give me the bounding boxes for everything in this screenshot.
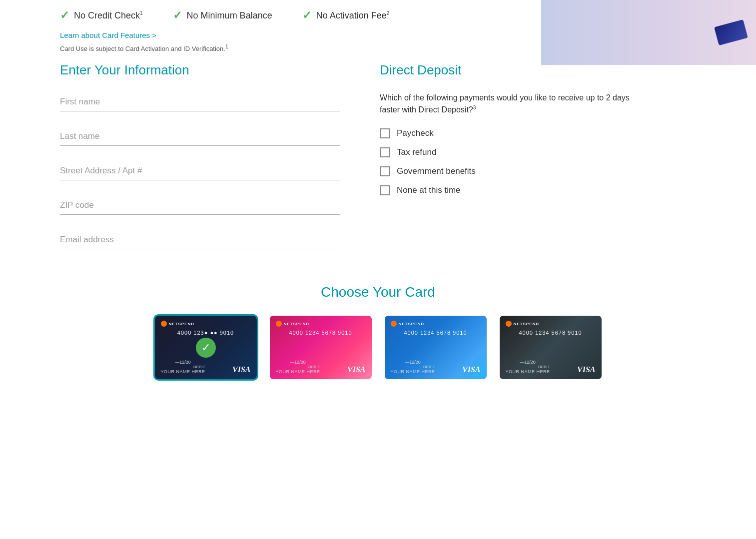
checkbox-paycheck-label: Paycheck <box>397 128 434 138</box>
feature-no-activation-fee: ✓ No Activation Fee2 <box>302 9 390 22</box>
direct-deposit-description: Which of the following payments would yo… <box>380 92 630 116</box>
card-type: DEBIT <box>506 365 550 369</box>
enter-info-section: Enter Your Information <box>60 62 340 264</box>
card-notice-text: Card Use is subject to Card Activation a… <box>60 45 225 52</box>
main-content: Enter Your Information Direct Deposit Wh… <box>0 62 756 264</box>
card-notice-superscript: 1 <box>225 44 228 49</box>
card-name: YOUR NAME HERE <box>161 369 205 374</box>
checkbox-tax-refund[interactable]: Tax refund <box>380 147 630 157</box>
card-number: 4000 1234 5678 9010 <box>506 330 596 336</box>
card-name: YOUR NAME HERE <box>276 369 320 374</box>
visa-logo: VISA <box>462 365 480 374</box>
checkmark-icon: ✓ <box>302 9 311 22</box>
hero-image <box>541 0 756 65</box>
last-name-group <box>60 126 340 146</box>
checkbox-none-at-this-time-input[interactable] <box>380 185 390 195</box>
checkbox-tax-refund-input[interactable] <box>380 147 390 157</box>
selected-checkmark: ✓ <box>196 338 216 358</box>
checkmark-icon: ✓ <box>60 9 69 22</box>
checkmark-icon: ✓ <box>173 9 182 22</box>
street-address-input[interactable] <box>60 161 340 180</box>
card-name: YOUR NAME HERE <box>506 369 550 374</box>
choose-card-title: Choose Your Card <box>60 284 696 300</box>
email-address-input[interactable] <box>60 230 340 249</box>
features-bar: ✓ No Credit Check1 ✓ No Minimum Balance … <box>0 0 756 31</box>
feature-no-min-balance: ✓ No Minimum Balance <box>173 9 272 22</box>
learn-features-link[interactable]: Learn about Card Features > <box>60 31 156 39</box>
zip-code-input[interactable] <box>60 195 340 215</box>
checkbox-government-benefits-input[interactable] <box>380 166 390 176</box>
feature-label: No Credit Check1 <box>74 10 143 21</box>
checkbox-tax-refund-label: Tax refund <box>397 147 436 157</box>
cards-row: NETSPEND 4000 123● ●● 9010 —12/20 DEBIT … <box>60 314 696 381</box>
choose-card-section: Choose Your Card NETSPEND 4000 123● ●● 9… <box>0 264 756 396</box>
direct-deposit-section: Direct Deposit Which of the following pa… <box>380 62 630 264</box>
card-type: DEBIT <box>391 365 435 369</box>
netspend-icon <box>391 321 397 327</box>
card-bg-dark2: NETSPEND 4000 1234 5678 9010 —12/20 DEBI… <box>500 316 602 379</box>
zip-code-group <box>60 195 340 215</box>
card-logo: NETSPEND <box>161 321 251 327</box>
card-expiry: —12/20 <box>506 360 550 365</box>
netspend-icon <box>161 321 167 327</box>
feature-label: No Minimum Balance <box>187 10 272 21</box>
visa-logo: VISA <box>347 365 365 374</box>
checkbox-none-at-this-time[interactable]: None at this time <box>380 185 630 195</box>
card-expiry: —12/20 <box>161 360 205 365</box>
card-expiry-row: —12/20 DEBIT YOUR NAME HERE VISA <box>161 360 251 374</box>
card-option-dark[interactable]: NETSPEND 4000 123● ●● 9010 —12/20 DEBIT … <box>153 314 258 381</box>
enter-info-title: Enter Your Information <box>60 62 340 78</box>
card-bg-blue: NETSPEND 4000 1234 5678 9010 —12/20 DEBI… <box>385 316 487 379</box>
direct-deposit-options: Paycheck Tax refund Government benefits … <box>380 128 630 195</box>
card-number: 4000 1234 5678 9010 <box>276 330 366 336</box>
card-expiry: —12/20 <box>276 360 320 365</box>
checkbox-paycheck-input[interactable] <box>380 128 390 138</box>
card-option-blue[interactable]: NETSPEND 4000 1234 5678 9010 —12/20 DEBI… <box>383 314 488 381</box>
card-number: 4000 1234 5678 9010 <box>391 330 481 336</box>
card-number: 4000 123● ●● 9010 <box>161 330 251 336</box>
checkbox-government-benefits[interactable]: Government benefits <box>380 166 630 176</box>
card-name: YOUR NAME HERE <box>391 369 435 374</box>
card-expiry-row: —12/20 DEBIT YOUR NAME HERE VISA <box>391 360 481 374</box>
checkbox-government-benefits-label: Government benefits <box>397 166 476 176</box>
netspend-icon <box>506 321 512 327</box>
card-expiry-row: —12/20 DEBIT YOUR NAME HERE VISA <box>506 360 596 374</box>
card-expiry-row: —12/20 DEBIT YOUR NAME HERE VISA <box>276 360 366 374</box>
card-illustration <box>714 19 748 45</box>
email-address-group <box>60 230 340 249</box>
card-bg-pink: NETSPEND 4000 1234 5678 9010 —12/20 DEBI… <box>270 316 372 379</box>
last-name-input[interactable] <box>60 126 340 146</box>
first-name-input[interactable] <box>60 92 340 111</box>
card-logo: NETSPEND <box>276 321 366 327</box>
visa-logo: VISA <box>232 365 250 374</box>
checkbox-none-at-this-time-label: None at this time <box>397 185 461 195</box>
checkbox-paycheck[interactable]: Paycheck <box>380 128 630 138</box>
card-type: DEBIT <box>161 365 205 369</box>
first-name-group <box>60 92 340 111</box>
card-option-dark2[interactable]: NETSPEND 4000 1234 5678 9010 —12/20 DEBI… <box>498 314 603 381</box>
card-logo: NETSPEND <box>506 321 596 327</box>
visa-logo: VISA <box>577 365 595 374</box>
card-expiry: —12/20 <box>391 360 435 365</box>
feature-label: No Activation Fee2 <box>316 10 390 21</box>
netspend-icon <box>276 321 282 327</box>
card-logo: NETSPEND <box>391 321 481 327</box>
street-address-group <box>60 161 340 180</box>
card-type: DEBIT <box>276 365 320 369</box>
feature-no-credit-check: ✓ No Credit Check1 <box>60 9 143 22</box>
card-option-pink[interactable]: NETSPEND 4000 1234 5678 9010 —12/20 DEBI… <box>268 314 373 381</box>
